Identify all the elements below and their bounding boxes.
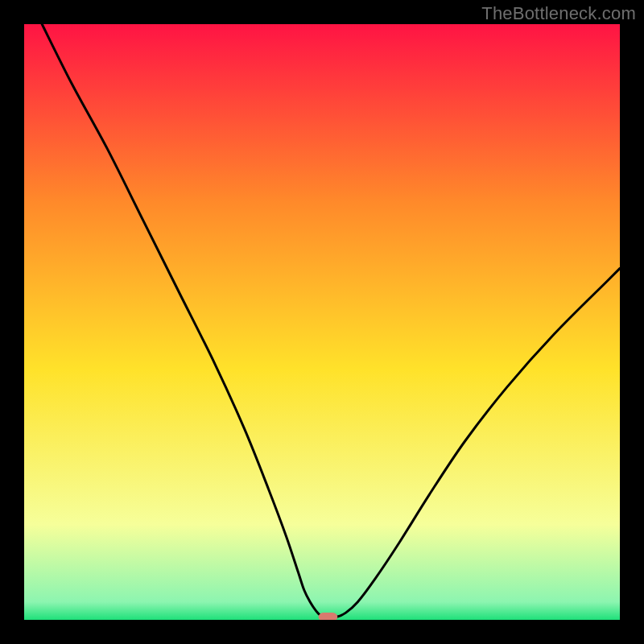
chart-frame: TheBottleneck.com: [0, 0, 644, 644]
bottleneck-chart: [0, 0, 644, 644]
trough-marker: [319, 613, 338, 621]
watermark-text: TheBottleneck.com: [481, 3, 636, 24]
gradient-background: [24, 24, 620, 620]
